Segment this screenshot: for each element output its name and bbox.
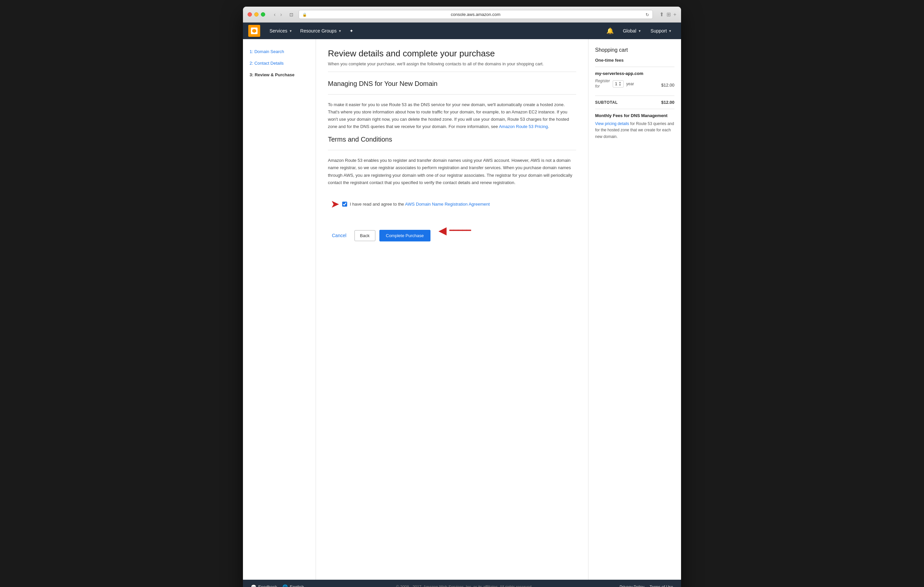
sidebar-item-contact-details-label: 2: Contact Details (249, 61, 284, 66)
action-row: Cancel Back Complete Purchase ◀ ━━━━━ (328, 220, 576, 242)
forward-nav-button[interactable]: › (278, 11, 284, 18)
aws-logo-inner (252, 29, 256, 33)
browser-actions: ⬆ ⊞ + (660, 11, 676, 18)
aws-logo (248, 25, 260, 37)
year-value: 1 (615, 81, 617, 86)
subtotal-label: SUBTOTAL (595, 100, 618, 105)
year-label: year (626, 82, 634, 86)
close-button[interactable] (248, 12, 252, 16)
resource-groups-nav-item[interactable]: Resource Groups ▼ (296, 23, 346, 39)
browser-titlebar: ‹ › ⊡ 🔒 console.aws.amazon.com ↻ ⬆ ⊞ + (243, 7, 681, 23)
globe-icon: 🌐 (282, 584, 288, 587)
share-button[interactable]: ⬆ (660, 11, 664, 18)
services-nav-item[interactable]: Services ▼ (266, 23, 296, 39)
page-title: Review details and complete your purchas… (328, 48, 576, 59)
right-arrow-annotation: ◀ (439, 224, 447, 237)
sidebar-item-review-purchase: 3: Review & Purchase (243, 69, 316, 81)
register-label: Registerfor (595, 79, 610, 89)
browser-window: ‹ › ⊡ 🔒 console.aws.amazon.com ↻ ⬆ ⊞ + S… (243, 7, 681, 587)
url-bar[interactable]: 🔒 console.aws.amazon.com ↻ (299, 10, 653, 19)
terms-divider (328, 150, 576, 150)
complete-purchase-button[interactable]: Complete Purchase (380, 230, 431, 242)
sidebar-item-domain-search-label: 1: Domain Search (249, 49, 284, 54)
support-dropdown-icon: ▼ (668, 29, 672, 33)
footer-copyright: © 2008 - 2017, Amazon Web Services, Inc.… (309, 585, 620, 587)
cart-domain-name: my-serverless-app.com (595, 71, 675, 76)
monthly-fees-title: Monthly Fees for DNS Management (595, 113, 675, 118)
global-nav-item[interactable]: Global ▼ (619, 23, 645, 39)
new-tab-button[interactable]: ⊞ (667, 11, 671, 18)
cart-divider-3 (595, 109, 675, 109)
register-row: Registerfor 1 ▲ ▼ year (595, 79, 634, 89)
dns-section-title: Managing DNS for Your New Domain (328, 80, 576, 87)
feedback-label: Feedback (258, 584, 277, 587)
lock-icon: 🔒 (302, 12, 307, 16)
stepper-down-icon[interactable]: ▼ (619, 84, 621, 87)
dns-pricing-link[interactable]: Amazon Route 53 Pricing (499, 124, 548, 129)
subtotal-row: SUBTOTAL $12.00 (595, 100, 675, 105)
dns-divider (328, 94, 576, 95)
cart-divider-2 (595, 95, 675, 96)
tab-icon: ⊡ (287, 11, 295, 18)
main-content: 1: Domain Search 2: Contact Details 3: R… (243, 39, 681, 580)
cart-title: Shopping cart (595, 47, 675, 53)
agreement-link[interactable]: AWS Domain Name Registration Agreement (405, 202, 490, 207)
cart-price: $12.00 (661, 82, 675, 87)
dns-body-text: To make it easier for you to use Route 5… (328, 101, 576, 130)
subtitle: When you complete your purchase, we'll a… (328, 61, 576, 72)
english-label: English (290, 584, 304, 587)
checkbox-label-text: I have read and agree to the (350, 202, 405, 207)
back-nav-button[interactable]: ‹ (272, 11, 277, 18)
pin-icon: ✦ (350, 28, 353, 33)
checkbox-label: I have read and agree to the AWS Domain … (350, 202, 490, 207)
support-label: Support (650, 28, 667, 33)
aws-navbar: Services ▼ Resource Groups ▼ ✦ 🔔 Global … (243, 23, 681, 39)
right-arrow-line: ━━━━━ (449, 226, 471, 235)
cart-divider-1 (595, 67, 675, 67)
refresh-icon[interactable]: ↻ (645, 12, 649, 17)
left-arrow-annotation: ➤ (330, 198, 340, 210)
checkbox-area: I have read and agree to the AWS Domain … (342, 198, 490, 210)
footer-right: Privacy Policy Terms of Use (620, 585, 673, 587)
subtotal-price: $12.00 (661, 100, 675, 105)
agreement-checkbox[interactable] (342, 202, 347, 207)
english-item[interactable]: 🌐 English (282, 584, 309, 587)
sidebar-item-domain-search[interactable]: 1: Domain Search (243, 46, 316, 58)
monthly-fees-text: View pricing details for Route 53 querie… (595, 121, 675, 140)
sidebar-item-contact-details[interactable]: 2: Contact Details (243, 58, 316, 69)
terms-body-text: Amazon Route 53 enables you to register … (328, 157, 576, 186)
nav-buttons: ‹ › (272, 11, 284, 18)
url-text: console.aws.amazon.com (451, 12, 500, 17)
support-nav-item[interactable]: Support ▼ (647, 23, 676, 39)
back-button[interactable]: Back (355, 230, 375, 241)
services-dropdown-icon: ▼ (289, 29, 292, 33)
pin-nav-item[interactable]: ✦ (345, 23, 358, 39)
sidebar: 1: Domain Search 2: Contact Details 3: R… (243, 39, 316, 580)
chat-icon: 💬 (251, 584, 256, 587)
traffic-lights (248, 12, 265, 16)
terms-section-title: Terms and Conditions (328, 136, 576, 143)
minimize-button[interactable] (254, 12, 259, 16)
cart-one-time-fees: One-time fees (595, 58, 675, 62)
bell-icon[interactable]: 🔔 (602, 27, 618, 35)
global-dropdown-icon: ▼ (638, 29, 641, 33)
resource-groups-label: Resource Groups (300, 28, 337, 33)
cancel-button[interactable]: Cancel (328, 230, 350, 241)
cart-sidebar: Shopping cart One-time fees my-serverles… (588, 39, 681, 580)
content-area: Review details and complete your purchas… (316, 39, 588, 580)
checkbox-row: ➤ I have read and agree to the AWS Domai… (328, 192, 576, 217)
add-tab-button[interactable]: + (673, 11, 676, 18)
year-stepper[interactable]: 1 ▲ ▼ (613, 80, 624, 87)
maximize-button[interactable] (261, 12, 265, 16)
terms-of-use-link[interactable]: Terms of Use (650, 585, 673, 587)
resource-groups-dropdown-icon: ▼ (338, 29, 342, 33)
view-pricing-link[interactable]: View pricing details (595, 122, 629, 126)
global-label: Global (623, 28, 636, 33)
services-label: Services (269, 28, 287, 33)
aws-logo-box (251, 28, 257, 34)
nav-right-items: 🔔 Global ▼ Support ▼ (602, 23, 676, 39)
sidebar-item-review-purchase-label: 3: Review & Purchase (249, 72, 294, 77)
action-buttons: Cancel Back Complete Purchase (328, 227, 431, 242)
privacy-policy-link[interactable]: Privacy Policy (620, 585, 645, 587)
feedback-item[interactable]: 💬 Feedback (251, 584, 282, 587)
